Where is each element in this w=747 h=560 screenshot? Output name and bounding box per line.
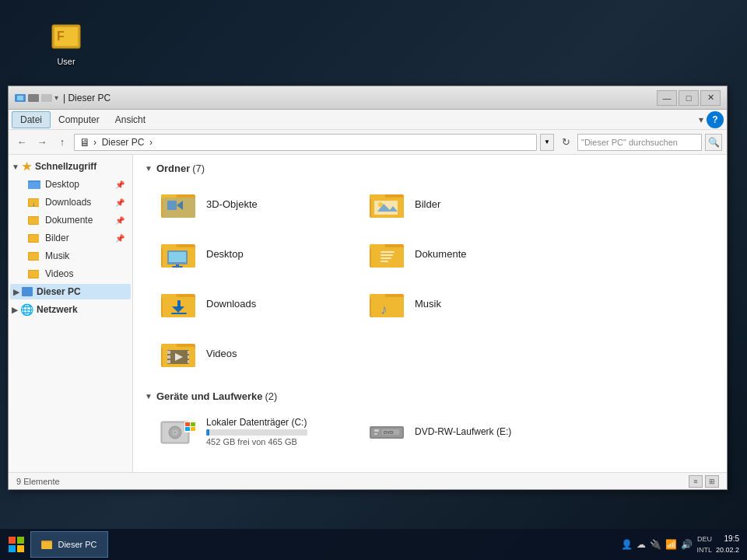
search-button[interactable]: 🔍 [705,134,722,151]
taskbar: Dieser PC 👤 ☁ 🔌 📶 🔊 DEUINTL 19:5 20.02.2 [0,529,747,560]
sidebar-section-dieser-pc: ▶ Dieser PC [9,284,132,299]
search-placeholder: "Dieser PC" durchsuchen [581,138,678,147]
sidebar-item-downloads[interactable]: ↓ Downloads 📌 [10,194,131,211]
bilder-pin-icon: 📌 [115,234,124,243]
svg-rect-4 [28,182,40,189]
folder-dokumente[interactable]: Dokumente [361,232,563,275]
sidebar-dieser-pc[interactable]: ▶ Dieser PC [10,284,131,299]
svg-rect-38 [381,251,395,253]
sidebar-item-bilder[interactable]: Bilder 📌 [10,229,131,247]
folder-musik-name: Musik [415,298,441,310]
refresh-button[interactable]: ↻ [557,134,574,151]
taskbar-explorer-button[interactable]: Dieser PC [30,531,108,558]
svg-rect-20 [167,201,177,210]
close-button[interactable]: ✕ [700,90,721,106]
drive-e-info: DVD-RW-Laufwerk (E:) [415,426,511,437]
folder-3d-icon [160,187,200,221]
drive-c-space: 452 GB frei von 465 GB [206,437,307,446]
svg-rect-56 [167,351,170,354]
address-path[interactable]: 🖥 › Dieser PC › [74,134,537,151]
devices-section-label: Geräte und Laufwerke [156,390,263,402]
taskbar-tray: 👤 ☁ 🔌 📶 🔊 DEUINTL 19:5 20.02.2 [621,534,743,555]
address-dropdown[interactable]: ▼ [540,134,554,151]
maximize-button[interactable]: □ [679,90,699,106]
address-dieser-pc: Dieser PC [102,137,145,148]
svg-text:F: F [57,30,65,43]
folder-musik-icon: ♪ [368,286,409,320]
title-bar: ▾ | Dieser PC — □ ✕ [9,86,727,110]
sidebar-desktop-label: Desktop [45,179,79,190]
status-bar: 9 Elemente ≡ ⊞ [9,472,727,489]
svg-rect-41 [381,261,388,262]
folder-desktop-icon [160,236,200,271]
folder-3d-objekte[interactable]: 3D-Objekte [153,182,355,226]
folders-grid: 3D-Objekte [145,182,715,375]
menu-bar: Datei Computer Ansicht ▾ ? [9,110,727,130]
start-button[interactable] [4,532,29,557]
svg-rect-71 [191,422,195,426]
desktop: F User ▾ | Dieser PC — □ ✕ D [0,0,747,560]
devices-section-header: ▼ Geräte und Laufwerke (2) [145,390,715,402]
address-path-text: › [93,137,102,148]
person-icon: 👤 [621,539,633,550]
drives-grid: Lokaler Datenträger (C:) 452 GB frei von… [145,410,715,453]
folder-bilder[interactable]: Bilder [361,182,563,226]
sidebar-item-musik[interactable]: Musik [10,247,131,264]
music-folder-icon [27,250,41,262]
desktop-folder-icon [27,178,41,191]
folder-desktop[interactable]: Desktop [153,232,355,275]
menu-datei[interactable]: Datei [12,111,51,128]
menu-expand[interactable]: ▾ [699,114,703,125]
sidebar-videos-label: Videos [45,268,73,279]
sidebar-section-quickaccess: ▼ ★ Schnellzugriff Desktop 📌 [9,158,132,282]
minimize-button[interactable]: — [657,90,677,106]
sidebar-item-videos[interactable]: Videos [10,265,131,282]
drive-e[interactable]: DVD DVD-RW-Laufwerk (E:) [361,410,563,453]
sidebar-item-desktop[interactable]: Desktop 📌 [10,176,131,193]
search-box[interactable]: "Dieser PC" durchsuchen [577,134,702,151]
desktop-user-icon[interactable]: F User [43,23,89,66]
svg-text:DVD: DVD [384,430,394,435]
sidebar-netzwerk[interactable]: ▶ 🌐 Netzwerk [9,301,132,318]
tray-clock: 19:5 20.02.2 [716,534,739,555]
folder-downloads[interactable]: Downloads [153,282,355,325]
tray-date: 20.02.2 [716,544,739,555]
content-panel: ▼ Ordner (7) [133,155,727,472]
dieser-pc-icon [22,287,33,296]
title-bar-text: | Dieser PC [63,93,657,103]
svg-rect-34 [172,266,183,268]
sidebar-musik-label: Musik [45,250,69,261]
svg-rect-13 [29,253,39,260]
sidebar-dokumente-label: Dokumente [45,215,93,226]
downloads-folder-icon: ↓ [27,196,41,208]
devices-count: (2) [265,390,277,402]
network-tray-icon: 🔌 [650,539,661,550]
devices-toggle: ▼ [145,392,153,401]
help-button[interactable]: ? [707,111,724,128]
folder-dokumente-name: Dokumente [415,248,466,260]
folder-dokumente-icon [368,236,409,271]
svg-rect-57 [167,355,170,359]
back-button[interactable]: ← [13,134,30,151]
sidebar-item-dokumente[interactable]: Dokumente 📌 [10,212,131,229]
drive-e-name: DVD-RW-Laufwerk (E:) [415,426,511,437]
forward-button[interactable]: → [33,134,51,151]
folder-bilder-icon [368,187,409,221]
folder-videos[interactable]: Videos [153,331,355,375]
documents-folder-icon [27,214,41,226]
menu-ansicht[interactable]: Ansicht [107,112,153,128]
menu-computer[interactable]: Computer [51,112,107,128]
dieser-pc-toggle: ▶ [13,288,19,296]
main-area: ▼ ★ Schnellzugriff Desktop 📌 [9,155,727,472]
view-list-button[interactable]: ≡ [689,475,703,488]
computer-small-icon: 🖥 [79,136,90,149]
drive-c[interactable]: Lokaler Datenträger (C:) 452 GB frei von… [153,410,355,453]
sidebar-quickaccess-header[interactable]: ▼ ★ Schnellzugriff [9,158,132,175]
star-icon: ★ [22,160,32,173]
up-button[interactable]: ↑ [54,134,71,151]
folder-musik[interactable]: ♪ Musik [361,282,563,325]
tray-time-display: DEUINTL [696,534,712,555]
status-view-controls: ≡ ⊞ [689,475,719,488]
svg-text:♪: ♪ [381,302,388,317]
view-grid-button[interactable]: ⊞ [705,475,719,488]
